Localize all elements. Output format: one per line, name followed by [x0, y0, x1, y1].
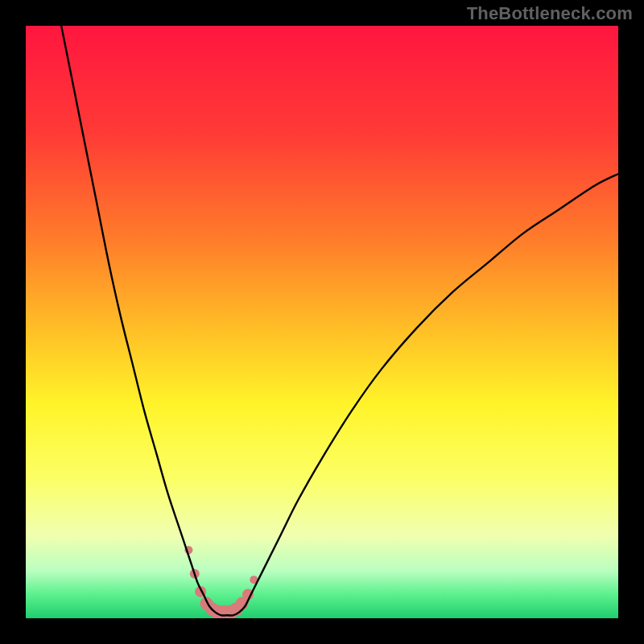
gradient-background	[26, 26, 618, 618]
plot-area	[26, 26, 618, 618]
watermark-text: TheBottleneck.com	[467, 3, 633, 24]
plot-svg	[26, 26, 618, 618]
chart-frame: TheBottleneck.com	[0, 0, 644, 644]
